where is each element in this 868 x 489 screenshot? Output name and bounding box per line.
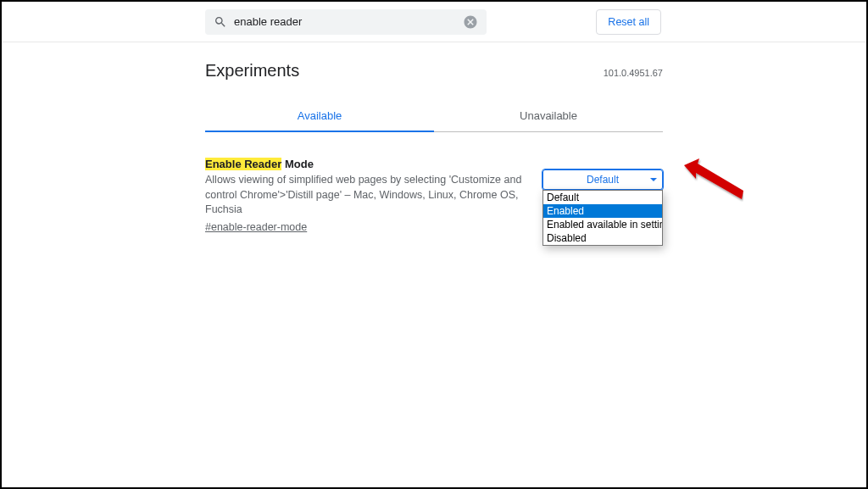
flag-select[interactable]: Default xyxy=(542,169,663,190)
search-box[interactable] xyxy=(205,9,487,35)
flag-row: Enable Reader Mode Allows viewing of sim… xyxy=(205,158,663,234)
clear-icon[interactable] xyxy=(463,14,478,30)
version-text: 101.0.4951.67 xyxy=(604,68,663,78)
top-bar: Reset all xyxy=(2,2,866,42)
tab-unavailable[interactable]: Unavailable xyxy=(434,101,663,132)
select-value: Default xyxy=(587,174,619,186)
flag-text: Enable Reader Mode Allows viewing of sim… xyxy=(205,158,526,234)
search-input[interactable] xyxy=(234,15,463,28)
dropdown-item[interactable]: Enabled xyxy=(543,204,662,218)
tabs: Available Unavailable xyxy=(205,101,663,132)
dropdown-item[interactable]: Enabled available in settings xyxy=(543,218,662,231)
select-wrap: Default DefaultEnabledEnabled available … xyxy=(542,169,663,190)
flag-link[interactable]: #enable-reader-mode xyxy=(205,221,307,233)
content: Experiments 101.0.4951.67 Available Unav… xyxy=(2,42,866,234)
header-row: Experiments 101.0.4951.67 xyxy=(205,61,663,81)
dropdown-item[interactable]: Default xyxy=(543,191,662,204)
dropdown-item[interactable]: Disabled xyxy=(543,231,662,245)
flag-title: Enable Reader Mode xyxy=(205,158,526,170)
page-title: Experiments xyxy=(205,61,299,81)
flag-title-rest: Mode xyxy=(281,158,314,170)
highlight: Enable Reader xyxy=(205,158,281,170)
tab-available[interactable]: Available xyxy=(205,101,434,132)
search-icon xyxy=(214,15,227,29)
dropdown-list: DefaultEnabledEnabled available in setti… xyxy=(542,190,663,246)
flag-description: Allows viewing of simplified web pages b… xyxy=(205,173,526,218)
chevron-down-icon xyxy=(650,178,657,181)
reset-all-button[interactable]: Reset all xyxy=(596,9,661,35)
